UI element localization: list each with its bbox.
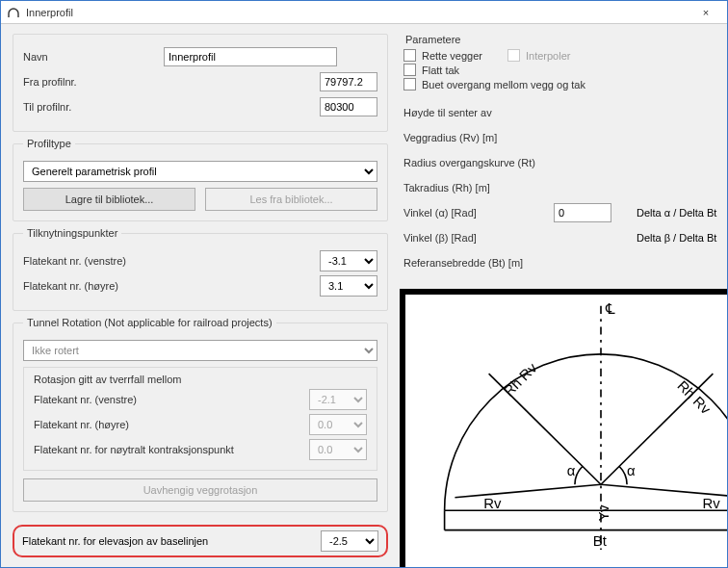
to-profile-input[interactable] xyxy=(320,97,377,116)
height-center-label: Høyde til senter av xyxy=(403,107,548,118)
beta-label: Vinkel (β) [Rad] xyxy=(403,232,548,244)
window-title: Innerprofil xyxy=(26,7,73,18)
rotation-group: Tunnel Rotation (Not applicable for rail… xyxy=(13,317,388,512)
flat-roof-label: Flatt tak xyxy=(422,65,459,76)
name-group: Navn Fra profilnr. Til profilnr. xyxy=(13,34,388,132)
attach-left-label: Flatekant nr. (venstre) xyxy=(23,255,314,267)
attach-right-label: Flatekant nr. (høyre) xyxy=(23,280,314,292)
alpha-input[interactable] xyxy=(554,203,611,222)
from-profile-label: Fra profilnr. xyxy=(23,76,158,88)
interpoler-checkbox xyxy=(507,49,520,62)
svg-text:Bt: Bt xyxy=(593,533,608,549)
to-profile-label: Til profilnr. xyxy=(23,101,158,113)
svg-text:Rv: Rv xyxy=(703,496,721,511)
baseline-label: Flatekant nr. for elevasjon av baselinje… xyxy=(22,535,313,547)
rt-label: Radius overgangskurve (Rt) xyxy=(403,157,548,168)
rotation-legend: Tunnel Rotation (Not applicable for rail… xyxy=(23,317,276,328)
profiltype-legend: Profiltype xyxy=(23,138,75,149)
flat-roof-checkbox[interactable] xyxy=(403,64,416,76)
save-to-library-button[interactable]: Lagre til bibliotek... xyxy=(23,188,195,211)
svg-text:α: α xyxy=(627,463,636,478)
ref-width-label: Referansebredde (Bt) [m] xyxy=(403,257,548,269)
parameters-group: Parametere Rette vegger Interpoler Flatt… xyxy=(400,34,728,283)
curved-transition-checkbox[interactable] xyxy=(403,78,416,90)
straight-walls-checkbox[interactable] xyxy=(403,49,416,62)
rh-label: Takradius (Rh) [m] xyxy=(403,182,548,194)
diagram-frame: ℄ Rh Rv Rh Rv α α Rv Rv Yv Bt xyxy=(400,289,728,568)
attach-right-select[interactable]: 3.1 xyxy=(320,275,377,297)
attach-left-select[interactable]: -3.1 xyxy=(320,250,377,271)
rotation-subgroup: Rotasjon gitt av tverrfall mellom Flatek… xyxy=(23,367,377,471)
attach-legend: Tilknytningspunkter xyxy=(23,227,121,239)
app-icon xyxy=(7,6,20,19)
rotation-mode-select[interactable]: Ikke rotert xyxy=(23,340,377,361)
rv-label: Veggradius (Rv) [m] xyxy=(403,132,548,143)
interpoler-label: Interpoler xyxy=(526,50,570,62)
svg-text:℄: ℄ xyxy=(605,301,615,317)
svg-text:Rv: Rv xyxy=(483,496,502,511)
rotation-neutral-select: 0.0 xyxy=(309,439,367,460)
parameters-heading: Parametere xyxy=(405,34,728,45)
rotation-right-select: 0.0 xyxy=(309,414,367,435)
straight-walls-label: Rette vegger xyxy=(422,50,482,62)
profiltype-group: Profiltype Generelt parametrisk profil L… xyxy=(13,138,388,221)
rotation-sub-label: Rotasjon gitt av tverrfall mellom xyxy=(34,374,367,385)
from-profile-input[interactable] xyxy=(320,72,377,91)
read-from-library-button: Les fra bibliotek... xyxy=(205,188,377,211)
attach-points-group: Tilknytningspunkter Flatekant nr. (venst… xyxy=(13,227,388,311)
name-label: Navn xyxy=(23,51,158,63)
baseline-elevation-row: Flatekant nr. for elevasjon av baselinje… xyxy=(13,525,388,557)
svg-line-7 xyxy=(455,484,601,498)
profiltype-select[interactable]: Generelt parametrisk profil xyxy=(23,161,377,182)
rotation-neutral-label: Flatekant nr. for nøytralt kontraksjonsp… xyxy=(34,444,303,455)
alpha-label: Vinkel (α) [Rad] xyxy=(403,207,548,219)
baseline-select[interactable]: -2.5 xyxy=(321,530,378,552)
delta-beta-label: Delta β / Delta Bt xyxy=(637,232,728,244)
close-icon[interactable]: × xyxy=(690,7,721,18)
rotation-left-label: Flatekant nr. (venstre) xyxy=(34,394,303,405)
rotation-left-select: -2.1 xyxy=(309,389,367,410)
title-bar: Innerprofil × xyxy=(1,1,727,24)
svg-text:Rh Rv: Rh Rv xyxy=(501,360,540,400)
rotation-right-label: Flatekant nr. (høyre) xyxy=(34,419,303,430)
svg-text:α: α xyxy=(567,463,576,478)
name-input[interactable] xyxy=(164,47,337,66)
independent-wall-rotation-button: Uavhengig veggrotasjon xyxy=(23,478,377,502)
tunnel-diagram: ℄ Rh Rv Rh Rv α α Rv Rv Yv Bt xyxy=(405,295,728,568)
svg-text:Yv: Yv xyxy=(596,504,611,521)
curved-transition-label: Buet overgang mellom vegg og tak xyxy=(422,79,585,90)
delta-alpha-label: Delta α / Delta Bt xyxy=(637,207,728,219)
